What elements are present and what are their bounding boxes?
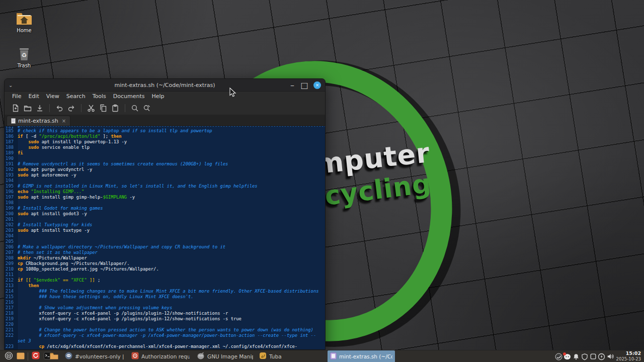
code-line[interactable]: 219 xfconf-query -c xfce4-panel -p /plug… xyxy=(5,316,325,322)
code-line[interactable]: 193sudo apt autoremove -y xyxy=(5,172,325,178)
desktop-icon-trash[interactable]: ♻ Trash xyxy=(8,46,40,68)
menu-view[interactable]: View xyxy=(43,92,63,101)
tab-close-icon[interactable]: × xyxy=(61,118,66,124)
taskbar-window-discord[interactable]: #volunteers-only | Compu... xyxy=(62,350,127,362)
open-folder-icon[interactable] xyxy=(22,103,34,114)
save-icon[interactable] xyxy=(34,103,46,114)
line-number: 205 xyxy=(5,239,16,244)
minimize-button[interactable]: – xyxy=(287,80,298,89)
power-tray-icon[interactable] xyxy=(597,350,606,362)
clock-widget[interactable]: 15:02 2025-10-23 xyxy=(613,350,643,362)
undo-icon[interactable] xyxy=(53,103,65,114)
desktop-icon-home[interactable]: Home xyxy=(8,11,40,33)
search-replace-icon[interactable] xyxy=(141,103,153,114)
code-line[interactable]: 196echo "Installing GIMP..." xyxy=(5,189,325,195)
tab-label: mint-extras.sh xyxy=(18,118,58,124)
code-line[interactable]: 223 cp /etc/xdg/xfce4/xfconf/xfce-percha… xyxy=(5,344,325,349)
code-line[interactable]: 199# Install Godot for making games xyxy=(5,206,325,211)
code-line[interactable]: 186if [ -d "/proc/acpi/button/lid" ]; th… xyxy=(5,134,325,139)
code-line[interactable]: 201 xyxy=(5,217,325,222)
code-line[interactable]: 221 # Change the power button pressed ac… xyxy=(5,327,325,333)
code-line[interactable]: 191# Remove uvcdynctrl as it seems to so… xyxy=(5,161,325,167)
code-line[interactable]: 200sudo apt install godot3 -y xyxy=(5,211,325,217)
bell-tray-icon[interactable] xyxy=(572,350,580,362)
taskbar-window-tuba[interactable]: Tuba xyxy=(257,350,285,362)
red-app-icon xyxy=(32,351,40,361)
code-line[interactable]: 204 xyxy=(5,233,325,239)
menu-documents[interactable]: Documents xyxy=(110,92,148,101)
xed-editor-window: ⌄ mint-extras.sh (~/Code/mint-extras) – … xyxy=(4,78,326,350)
code-line[interactable]: 216 xyxy=(5,300,325,305)
code-line[interactable]: 187 sudo apt install tlp powertop-1.13 -… xyxy=(5,139,325,145)
redo-icon[interactable] xyxy=(65,103,77,114)
paste-icon[interactable] xyxy=(109,103,121,114)
shield-tray-icon[interactable] xyxy=(580,350,589,362)
code-editor-area[interactable]: 184#------------------------------------… xyxy=(5,126,325,350)
menu-tools[interactable]: Tools xyxy=(89,92,110,101)
line-number: 198 xyxy=(5,200,16,206)
close-button[interactable]: × xyxy=(313,81,321,89)
code-line[interactable]: 185# check if this appears to be a lapto… xyxy=(5,128,325,134)
code-line[interactable]: 194 xyxy=(5,178,325,184)
line-number: 216 xyxy=(5,300,16,305)
file-manager-launcher[interactable] xyxy=(48,350,59,362)
code-line[interactable]: 190 xyxy=(5,156,325,161)
menu-edit[interactable]: Edit xyxy=(25,92,42,101)
line-number: 194 xyxy=(5,178,16,184)
window-menu-chevron-icon[interactable]: ⌄ xyxy=(9,82,19,88)
tab-mint-extras[interactable]: mint-extras.sh × xyxy=(7,116,70,126)
copy-icon[interactable] xyxy=(97,103,109,114)
code-line[interactable]: 208mkdir ~/Pictures/Wallpaper xyxy=(5,255,325,261)
code-line[interactable]: 211 xyxy=(5,272,325,278)
line-number: 207 xyxy=(5,250,16,255)
discord-tray-tray-icon[interactable] xyxy=(563,350,572,362)
line-number: 187 xyxy=(5,139,16,145)
menu-search[interactable]: Search xyxy=(63,92,89,101)
code-line[interactable]: 203sudo apt install tuxtype -y xyxy=(5,228,325,233)
new-file-icon[interactable] xyxy=(10,103,22,114)
code-line[interactable]: 198 xyxy=(5,200,325,206)
code-line[interactable]: 195# GIMP is not installed in Linux Mint… xyxy=(5,184,325,189)
line-number: 214 xyxy=(5,289,16,294)
code-line[interactable]: 205 xyxy=(5,239,325,244)
clipboard-tray-icon[interactable] xyxy=(589,350,597,362)
mint-menu-launcher[interactable] xyxy=(3,350,14,362)
taskbar-panel: #volunteers-only | Compu...Authorization… xyxy=(0,350,644,362)
search-icon[interactable] xyxy=(129,103,141,114)
code-line[interactable]: 218 xfconf-query -c xfce4-panel -p /plug… xyxy=(5,311,325,316)
menu-help[interactable]: Help xyxy=(148,92,168,101)
code-line[interactable]: 222 # xfconf-query -c xfce4-power-manage… xyxy=(5,333,325,338)
window-titlebar[interactable]: ⌄ mint-extras.sh (~/Code/mint-extras) – … xyxy=(5,79,325,92)
cut-icon[interactable] xyxy=(85,103,97,114)
code-line[interactable]: 188 sudo service enable tlp xyxy=(5,145,325,150)
taskbar-window-xed[interactable]: mint-extras.sh (~/Code/mi... xyxy=(328,350,395,362)
code-line[interactable]: 192sudo apt purge uvcdynctrl -y xyxy=(5,167,325,172)
code-line[interactable]: 212if [[ "$envdesk" == "XFCE" ]] ; xyxy=(5,278,325,283)
swirl-tray-icon[interactable] xyxy=(554,350,563,362)
toolbar-separator xyxy=(125,104,125,112)
menu-file[interactable]: File xyxy=(9,92,25,101)
red-app-launcher[interactable] xyxy=(30,350,41,362)
code-line[interactable]: 207# then set it as the wallpaper xyxy=(5,250,325,255)
code-line[interactable]: 210cp 1080p_spectacled_parrot.jpg ~/Pict… xyxy=(5,266,325,272)
taskbar-window-auth[interactable]: Authorization required - T... xyxy=(129,350,192,362)
code-line[interactable]: 217 # Show volume adjustment when pressi… xyxy=(5,305,325,311)
maximize-button[interactable]: □ xyxy=(299,80,310,89)
code-line[interactable]: set 3 xyxy=(5,338,325,344)
code-line[interactable]: 215 ### have these settings on, oddly Li… xyxy=(5,294,325,300)
code-line[interactable]: 213 then xyxy=(5,283,325,289)
code-text: cp /etc/xdg/xfce4/xfconf/xfce-perchannel… xyxy=(16,344,297,349)
menu-bar: FileEditViewSearchToolsDocumentsHelp xyxy=(5,92,325,101)
line-number: 196 xyxy=(5,189,16,195)
code-text: # then set it as the wallpaper xyxy=(16,250,98,255)
code-line[interactable]: 220 xyxy=(5,322,325,327)
code-line[interactable]: 209cp CRbackground.png ~/Pictures/Wallpa… xyxy=(5,261,325,266)
taskbar-window-gimp[interactable]: GNU Image Manipulation ... xyxy=(194,350,256,362)
code-line[interactable]: 202# Install Tuxtyping for kids xyxy=(5,222,325,228)
code-line[interactable]: 214 ### The following changes are to mak… xyxy=(5,289,325,294)
code-line[interactable]: 197sudo apt install gimp gimp-help-$GIMP… xyxy=(5,195,325,200)
gimp-icon xyxy=(197,352,205,361)
show-desktop-launcher[interactable] xyxy=(15,350,26,362)
code-line[interactable]: 189fi xyxy=(5,150,325,156)
code-line[interactable]: 206# Make a wallpaper directory ~/Pictur… xyxy=(5,244,325,250)
